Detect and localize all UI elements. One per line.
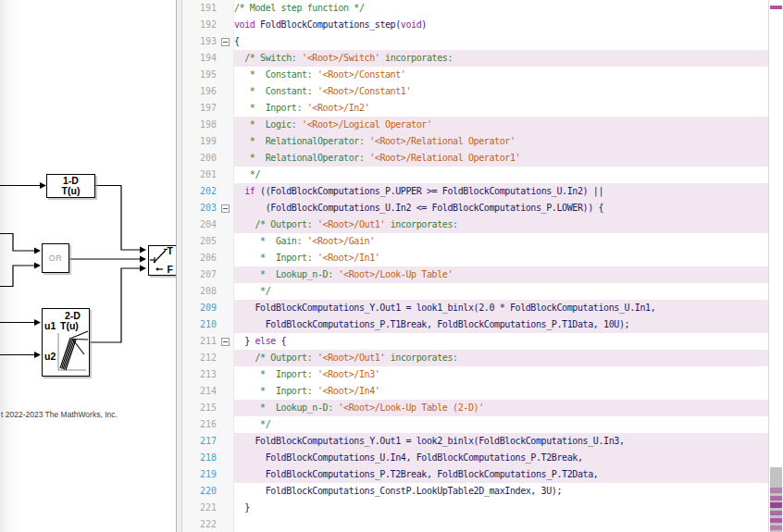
code-line[interactable]: 221 } xyxy=(182,500,768,516)
code-segment: * Constant: xyxy=(234,86,317,96)
fold-collapse-icon[interactable] xyxy=(221,38,230,46)
line-number: 205 xyxy=(182,233,217,250)
line-number: 210 xyxy=(182,316,217,333)
block-trace-link[interactable]: '<Root>/In1' xyxy=(317,253,379,263)
block-trace-link[interactable]: '<Root>/Constant' xyxy=(317,69,406,80)
code-line[interactable]: 199 * RelationalOperator: '<Root>/Relati… xyxy=(182,133,768,150)
line-gutter: 213 xyxy=(182,366,234,383)
block-trace-link[interactable]: '<Root>/In2' xyxy=(307,103,369,113)
lookup-table-1d-block[interactable]: 1-D T(u) xyxy=(46,174,95,198)
block-trace-link[interactable]: '<Root>/Look-Up Table' xyxy=(338,269,453,279)
code-text: */ xyxy=(234,416,768,433)
line-gutter: 201 xyxy=(182,167,234,183)
block-trace-link[interactable]: '<Root>/In3' xyxy=(317,369,379,379)
line-gutter: 208 xyxy=(182,283,234,300)
switch-block[interactable]: T F xyxy=(148,245,177,276)
line-gutter: 219 xyxy=(182,466,234,483)
code-line[interactable]: 219 FoldBlockComputations_P.T2Break, Fol… xyxy=(182,466,768,483)
code-line[interactable]: 207 * Lookup_n-D: '<Root>/Look-Up Table' xyxy=(182,266,768,283)
code-segment: * Inport: xyxy=(234,386,317,396)
code-text: void FoldBlockComputations_step(void) xyxy=(234,17,768,33)
code-segment: FoldBlockComputations_P.T2Break, FoldBlo… xyxy=(234,469,598,479)
line-number: 192 xyxy=(182,17,217,33)
code-line[interactable]: 218 FoldBlockComputations_U.In4, FoldBlo… xyxy=(182,450,768,466)
block-trace-link[interactable]: '<Root>/Relational Operator' xyxy=(369,136,515,146)
code-line[interactable]: 210 FoldBlockComputations_P.T1Break, Fol… xyxy=(182,316,768,333)
lookup-table-2d-block[interactable]: 2-D u1 T(u) u2 xyxy=(42,308,90,377)
fold-collapse-icon[interactable] xyxy=(221,338,230,346)
code-line[interactable]: 195 * Constant: '<Root>/Constant' xyxy=(182,67,768,83)
line-number: 199 xyxy=(182,133,217,150)
block-trace-link[interactable]: '<Root>/Constant1' xyxy=(317,86,411,96)
code-line[interactable]: 194 /* Switch: '<Root>/Switch' incorpora… xyxy=(182,50,768,67)
code-line[interactable]: 213 * Inport: '<Root>/In3' xyxy=(182,366,768,383)
block-trace-link[interactable]: '<Root>/Look-Up Table (2-D)' xyxy=(338,402,483,413)
code-line[interactable]: 198 * Logic: '<Root>/Logical Operator' xyxy=(182,117,768,133)
code-segment: /* Switch: xyxy=(234,53,302,63)
code-text: * RelationalOperator: '<Root>/Relational… xyxy=(234,133,768,150)
line-number: 209 xyxy=(182,300,217,316)
block-trace-link[interactable]: '<Root>/Out1' xyxy=(317,353,385,363)
code-line[interactable]: 201 */ xyxy=(182,167,768,183)
code-line[interactable]: 197 * Inport: '<Root>/In2' xyxy=(182,100,768,117)
line-number: 213 xyxy=(182,366,217,383)
line-number: 191 xyxy=(182,0,217,17)
code-segment: { xyxy=(234,36,240,46)
line-number: 197 xyxy=(182,100,217,117)
code-scrollbar[interactable] xyxy=(768,0,783,532)
code-line[interactable]: 222 xyxy=(182,516,768,532)
line-number: 216 xyxy=(182,416,217,433)
code-line[interactable]: 212 /* Outport: '<Root>/Out1' incorporat… xyxy=(182,350,768,366)
code-segment: { xyxy=(276,336,286,346)
line-number: 193 xyxy=(182,33,217,50)
block-trace-link[interactable]: '<Root>/Out1' xyxy=(317,219,385,229)
code-line[interactable]: 192void FoldBlockComputations_step(void) xyxy=(182,17,768,33)
code-line[interactable]: 217 FoldBlockComputations_Y.Out1 = look2… xyxy=(182,433,768,450)
block-trace-link[interactable]: '<Root>/Switch' xyxy=(302,53,379,63)
code-line[interactable]: 193{ xyxy=(182,33,768,50)
scrollbar-trace-marker xyxy=(770,511,782,515)
code-line[interactable]: 205 * Gain: '<Root>/Gain' xyxy=(182,233,768,250)
code-text: { xyxy=(234,33,768,50)
code-segment: FoldBlockComputations_P.T1Break, FoldBlo… xyxy=(234,319,629,329)
code-line[interactable]: 216 */ xyxy=(182,416,768,433)
code-segment: */ xyxy=(234,169,260,179)
line-number: 219 xyxy=(182,466,217,483)
code-segment: * RelationalOperator: xyxy=(234,153,369,163)
code-segment: * Lookup_n-D: xyxy=(234,402,338,413)
code-segment: else xyxy=(255,336,275,346)
model-diagram-panel[interactable]: 1-D T(u) OR 2-D u1 T(u) u2 T xyxy=(0,0,176,532)
code-line[interactable]: 196 * Constant: '<Root>/Constant1' xyxy=(182,83,768,100)
code-line[interactable]: 203 (FoldBlockComputations_U.In2 <= Fold… xyxy=(182,200,768,217)
code-line[interactable]: 211 } else { xyxy=(182,333,768,350)
logical-operator-block[interactable]: OR xyxy=(42,243,69,273)
code-line[interactable]: 208 */ xyxy=(182,283,768,300)
block-trace-link[interactable]: '<Root>/Relational Operator1' xyxy=(369,153,520,163)
code-line[interactable]: 200 * RelationalOperator: '<Root>/Relati… xyxy=(182,150,768,167)
line-gutter: 191 xyxy=(182,0,234,17)
line-number: 202 xyxy=(182,183,217,200)
code-segment: incorporates: xyxy=(385,353,458,363)
code-line[interactable]: 220 FoldBlockComputations_ConstP.LookUpT… xyxy=(182,483,768,500)
generated-code-view[interactable]: 191/* Model step function */192void Fold… xyxy=(182,0,768,532)
panel-splitter[interactable] xyxy=(176,0,182,532)
code-line[interactable]: 191/* Model step function */ xyxy=(182,0,768,17)
line-number: 200 xyxy=(182,150,217,167)
block-trace-link[interactable]: '<Root>/Gain' xyxy=(307,236,375,246)
code-line[interactable]: 206 * Inport: '<Root>/In1' xyxy=(182,250,768,266)
block-trace-link[interactable]: '<Root>/Logical Operator' xyxy=(302,119,432,130)
code-segment: /* Outport: xyxy=(234,353,317,363)
code-line[interactable]: 202 if ((FoldBlockComputations_P.UPPER >… xyxy=(182,183,768,200)
switch-icon xyxy=(149,246,176,274)
code-line[interactable]: 215 * Lookup_n-D: '<Root>/Look-Up Table … xyxy=(182,400,768,416)
code-segment: * Constant: xyxy=(234,69,317,80)
code-line[interactable]: 204 /* Outport: '<Root>/Out1' incorporat… xyxy=(182,217,768,233)
line-gutter: 221 xyxy=(182,500,234,516)
fold-collapse-icon[interactable] xyxy=(221,204,230,213)
code-line[interactable]: 214 * Inport: '<Root>/In4' xyxy=(182,383,768,400)
code-line[interactable]: 209 FoldBlockComputations_Y.Out1 = look1… xyxy=(182,300,768,316)
block-trace-link[interactable]: '<Root>/In4' xyxy=(317,386,379,396)
code-text: */ xyxy=(234,167,768,183)
line-number: 214 xyxy=(182,383,217,400)
code-text: * Inport: '<Root>/In1' xyxy=(234,250,768,266)
